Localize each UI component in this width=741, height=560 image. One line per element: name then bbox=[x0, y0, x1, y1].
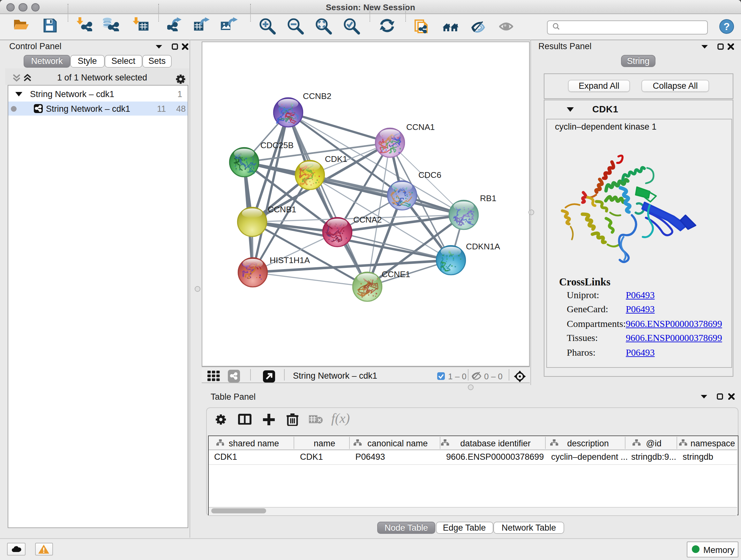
svg-text:CDC25B: CDC25B bbox=[260, 140, 293, 150]
svg-text:CCNA1: CCNA1 bbox=[406, 122, 434, 132]
svg-text:?: ? bbox=[724, 21, 730, 32]
svg-text:CDK1: CDK1 bbox=[325, 154, 347, 164]
svg-text:CDKN1A: CDKN1A bbox=[466, 241, 500, 251]
svg-text:CCNE1: CCNE1 bbox=[382, 269, 410, 279]
svg-text:HIST1H1A: HIST1H1A bbox=[270, 255, 310, 265]
svg-text:RB1: RB1 bbox=[480, 193, 496, 203]
svg-text:CCNA2: CCNA2 bbox=[353, 214, 382, 224]
svg-text:CDC6: CDC6 bbox=[418, 170, 441, 179]
svg-text:CCNB1: CCNB1 bbox=[268, 204, 296, 214]
svg-text:CCNB2: CCNB2 bbox=[303, 91, 331, 101]
